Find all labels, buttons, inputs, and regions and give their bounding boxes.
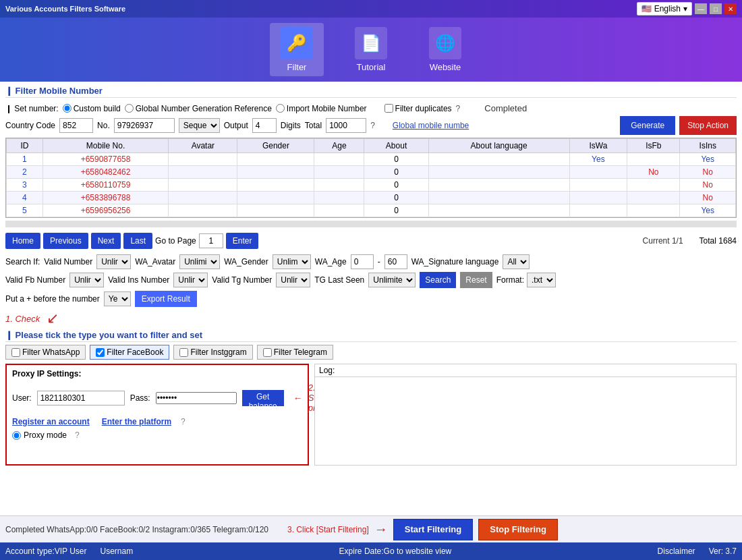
filter-dup-label[interactable]: Filter duplicates: [384, 104, 452, 113]
table-cell: [237, 192, 314, 204]
last-button[interactable]: Last: [123, 233, 152, 249]
col-header-gender: Gender: [237, 139, 314, 153]
home-button[interactable]: Home: [5, 233, 40, 249]
close-button[interactable]: ✕: [724, 3, 737, 14]
wa-avatar-select[interactable]: Unlimi: [179, 254, 220, 269]
nav-bar: Home Previous Next Last Go to Page Enter…: [5, 230, 737, 252]
filter-ins-tab[interactable]: Filter Instggram: [173, 345, 252, 360]
filter-tg-checkbox[interactable]: [263, 348, 272, 357]
table-cell: [627, 153, 680, 166]
custom-build-radio[interactable]: [63, 104, 72, 113]
digits-label: Digits: [281, 121, 301, 130]
valid-number-select[interactable]: Unlir: [96, 254, 131, 269]
next-button[interactable]: Next: [91, 233, 121, 249]
table-cell: 4: [7, 192, 43, 204]
filter-ins-checkbox[interactable]: [179, 348, 188, 357]
question-icon-dup: ?: [456, 104, 461, 113]
wa-avatar-label: WA_Avatar: [135, 257, 175, 267]
col-header-avatar: Avatar: [169, 139, 237, 153]
wa-sig-select[interactable]: All: [503, 254, 530, 269]
wa-age-label: WA_Age: [315, 257, 347, 267]
maximize-button[interactable]: □: [710, 3, 722, 14]
search-if-label: Search If:: [5, 257, 40, 267]
table-cell: +6583896788: [42, 192, 169, 204]
table-cell: [428, 204, 569, 217]
filter-fb-checkbox[interactable]: [96, 348, 105, 357]
filter-fb-tab[interactable]: Filter FaceBook: [90, 345, 169, 360]
valid-tg-select[interactable]: Unlir: [276, 273, 310, 287]
get-balance-button[interactable]: Get balance: [242, 390, 284, 406]
valid-ins-select[interactable]: Unlir: [173, 273, 208, 287]
total-input[interactable]: [326, 118, 366, 133]
register-account-link[interactable]: Register an account: [12, 417, 90, 426]
horizontal-scrollbar[interactable]: [5, 221, 737, 227]
table-cell: [314, 192, 364, 204]
table-cell: [237, 153, 314, 166]
stop-filtering-button[interactable]: Stop Filtering: [478, 519, 558, 540]
output-input[interactable]: [252, 118, 277, 133]
import-radio[interactable]: [276, 104, 285, 113]
table-cell: [569, 192, 627, 204]
total-records-label: Total 1684: [700, 236, 737, 246]
enter-platform-link[interactable]: Enter the platform: [102, 417, 171, 426]
previous-button[interactable]: Previous: [43, 233, 88, 249]
search-button[interactable]: Search: [420, 272, 456, 288]
seque-select[interactable]: Seque: [179, 118, 220, 133]
app-title: Various Accounts Filters Software: [5, 5, 125, 13]
global-ref-radio[interactable]: [125, 104, 134, 113]
annotation-1-row: 1. Check ↙: [5, 310, 737, 327]
global-ref-radio-label[interactable]: Global Number Generation Reference: [125, 104, 272, 113]
start-filtering-button[interactable]: Start Filtering: [393, 519, 474, 540]
page-input[interactable]: [199, 233, 223, 248]
reset-button[interactable]: Reset: [460, 272, 492, 288]
proxy-user-input[interactable]: [37, 391, 125, 405]
toolbar-filter[interactable]: 🔑 Filter: [270, 23, 324, 76]
filter-wa-checkbox[interactable]: [11, 348, 20, 357]
table-cell: [428, 179, 569, 192]
toolbar-filter-label: Filter: [287, 62, 307, 72]
table-cell: [627, 204, 680, 217]
proxy-pass-input[interactable]: [156, 392, 237, 404]
filter-tg-tab[interactable]: Filter Telegram: [257, 345, 333, 360]
proxy-mode-label[interactable]: Proxy mode: [12, 430, 67, 440]
filter-icon: 🔑: [281, 27, 313, 59]
enter-button[interactable]: Enter: [226, 233, 259, 249]
country-code-input[interactable]: 852: [59, 118, 93, 133]
language-selector[interactable]: 🇺🇸 English ▾: [637, 2, 692, 16]
filter-mobile-header: ❙ Filter Mobile Number: [5, 86, 737, 98]
proxy-mode-text: Proxy mode: [24, 430, 67, 440]
format-select[interactable]: .txt: [527, 273, 556, 287]
filter-wa-tab[interactable]: Filter WhatsApp: [5, 345, 86, 360]
table-cell: Yes: [680, 153, 736, 166]
table-cell: Yes: [680, 204, 736, 217]
toolbar-website[interactable]: 🌐 Website: [418, 23, 472, 76]
global-mobile-link[interactable]: Global mobile numbe: [393, 121, 469, 130]
toolbar-tutorial[interactable]: 📄 Tutorial: [344, 23, 398, 76]
custom-build-radio-label[interactable]: Custom build: [63, 104, 121, 113]
export-button[interactable]: Export Result: [135, 291, 197, 307]
website-icon: 🌐: [429, 27, 461, 59]
table-row: 3+65801107590No: [7, 179, 736, 192]
table-cell: [314, 153, 364, 166]
expire-date-label: Expire Date:Go to website view: [146, 547, 644, 556]
age-dash: -: [378, 257, 380, 267]
filter-dup-checkbox[interactable]: [384, 104, 393, 113]
generate-button[interactable]: Generate: [620, 116, 675, 135]
table-cell: [627, 192, 680, 204]
set-number-row: ❙ Set number: Custom build Global Number…: [5, 103, 737, 113]
stop-action-button[interactable]: Stop Action: [679, 116, 737, 135]
put-plus-select[interactable]: Ye: [104, 291, 131, 306]
table-cell: [237, 204, 314, 217]
table-cell: [314, 204, 364, 217]
import-radio-label[interactable]: Import Mobile Number: [276, 104, 367, 113]
wa-gender-select[interactable]: Unlim: [273, 254, 311, 269]
no-input[interactable]: [114, 118, 175, 133]
minimize-button[interactable]: —: [695, 3, 707, 14]
tg-last-seen-select[interactable]: Unlimite: [368, 273, 416, 287]
proxy-mode-radio[interactable]: [12, 431, 21, 440]
wa-age-to-input[interactable]: [384, 254, 407, 269]
valid-fb-select[interactable]: Unlir: [69, 273, 104, 287]
wa-age-from-input[interactable]: [351, 254, 374, 269]
table-cell: [428, 153, 569, 166]
data-table-container: ID Mobile No. Avatar Gender Age About Ab…: [5, 138, 737, 218]
